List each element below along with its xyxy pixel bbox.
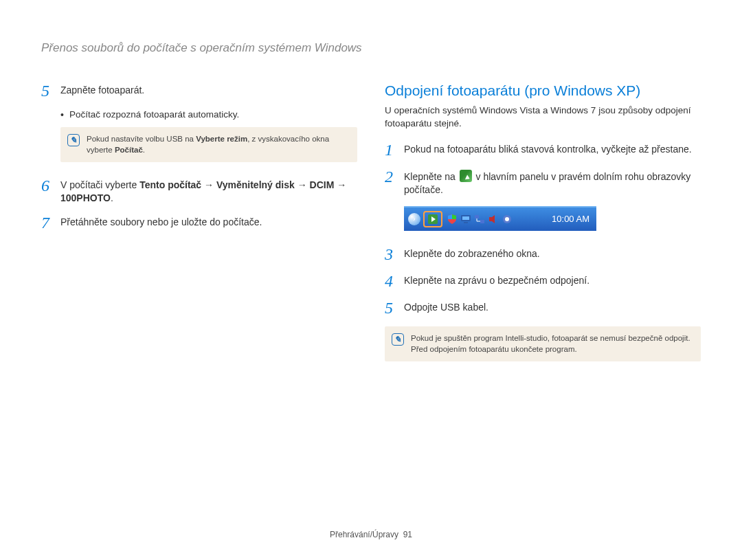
note-text: Pokud nastavíte volbu USB na Vyberte rež… <box>87 134 348 155</box>
note-suffix: . <box>143 146 145 154</box>
t: 100PHOTO <box>60 192 111 203</box>
note-usb-mode: ✎ Pokud nastavíte volbu USB na Vyberte r… <box>60 127 357 162</box>
info-icon: ✎ <box>392 333 404 346</box>
t: DCIM <box>310 179 335 190</box>
t: Tento počítač <box>139 179 201 190</box>
step-text: Zapněte fotoaparát. <box>60 82 144 97</box>
step-number: 5 <box>41 82 60 100</box>
tray-clock: 10:00 AM <box>552 214 589 224</box>
step-7: 7 Přetáhněte soubory nebo je uložte do p… <box>41 214 357 232</box>
step-number: 3 <box>385 246 404 263</box>
note-prefix: Pokud nastavíte volbu USB na <box>87 135 196 143</box>
step-number: 7 <box>41 214 60 232</box>
tray-highlight <box>423 211 442 227</box>
r-step-2: 2 Klepněte na v hlavním panelu v pravém … <box>385 168 701 197</box>
footer-page-number: 91 <box>403 530 412 539</box>
t: → <box>201 179 216 190</box>
step-number: 1 <box>385 142 404 159</box>
tray-shield-icon <box>447 214 458 225</box>
svg-rect-6 <box>480 220 484 223</box>
step-number: 2 <box>385 168 404 186</box>
svg-rect-3 <box>462 216 469 220</box>
content-columns: 5 Zapněte fotoaparát. Počítač rozpozná f… <box>41 82 701 377</box>
step-5: 5 Zapněte fotoaparát. <box>41 82 357 100</box>
step-6: 6 V počítači vyberte Tento počítač → Vym… <box>41 177 357 205</box>
step-text: Odpojte USB kabel. <box>404 300 488 314</box>
step-5-bullet: Počítač rozpozná fotoaparát automaticky. <box>60 109 357 120</box>
step-text: V počítači vyberte Tento počítač → Vyměn… <box>60 177 357 205</box>
footer-section: Přehrávání/Úpravy <box>330 530 398 539</box>
safely-remove-icon <box>460 170 472 182</box>
tray-volume-icon <box>488 214 499 225</box>
note-bold2: Počítač <box>115 146 143 154</box>
info-icon: ✎ <box>67 134 80 146</box>
r-step-4: 4 Klepněte na zprávu o bezpečném odpojen… <box>385 273 701 290</box>
svg-rect-5 <box>475 215 479 219</box>
tray-network-icon <box>474 214 485 225</box>
safely-remove-tray-icon <box>427 214 438 225</box>
r-step-1: 1 Pokud na fotoaparátu bliká stavová kon… <box>385 142 701 159</box>
t: → <box>334 179 346 190</box>
step-text: Pokud na fotoaparátu bliká stavová kontr… <box>404 142 692 156</box>
tray-expand-icon: › <box>408 213 420 225</box>
bullet-text: Počítač rozpozná fotoaparát automaticky. <box>69 109 239 120</box>
r-step-5: 5 Odpojte USB kabel. <box>385 300 701 317</box>
page-footer: Přehrávání/Úpravy 91 <box>0 530 742 539</box>
right-column: Odpojení fotoaparátu (pro Windows XP) U … <box>385 82 701 377</box>
left-column: 5 Zapněte fotoaparát. Počítač rozpozná f… <box>41 82 357 377</box>
note-text: Pokud je spuštěn program Intelli-studio,… <box>411 333 691 355</box>
svg-point-9 <box>505 217 509 221</box>
section-heading: Odpojení fotoaparátu (pro Windows XP) <box>385 82 701 99</box>
t: . <box>111 192 113 203</box>
step-text: Přetáhněte soubory nebo je uložte do poč… <box>60 214 262 229</box>
note-bold1: Vyberte režim <box>196 135 247 143</box>
svg-rect-4 <box>464 222 468 223</box>
r-step-3: 3 Klepněte do zobrazeného okna. <box>385 246 701 263</box>
t: Klepněte na <box>404 171 458 182</box>
step-text: Klepněte na v hlavním panelu v pravém do… <box>404 168 701 197</box>
step-number: 6 <box>41 177 60 194</box>
svg-marker-7 <box>489 215 495 223</box>
section-intro: U operačních systémů Windows Vista a Win… <box>385 104 701 131</box>
taskbar: › 10:00 AM <box>404 206 596 231</box>
step-number: 5 <box>385 300 404 317</box>
t: V počítači vyberte <box>60 179 139 190</box>
tray-monitor-icon <box>460 214 471 225</box>
page-header: Přenos souborů do počítače s operačním s… <box>41 41 701 55</box>
taskbar-figure: › 10:00 AM <box>404 206 701 231</box>
step-number: 4 <box>385 273 404 290</box>
step-text: Klepněte na zprávu o bezpečném odpojení. <box>404 273 589 287</box>
note-intelli-studio: ✎ Pokud je spuštěn program Intelli-studi… <box>385 326 701 361</box>
tray-app-icon <box>502 214 513 225</box>
t: → <box>295 179 310 190</box>
step-text: Klepněte do zobrazeného okna. <box>404 246 540 260</box>
t: Vyměnitelný disk <box>216 179 295 190</box>
